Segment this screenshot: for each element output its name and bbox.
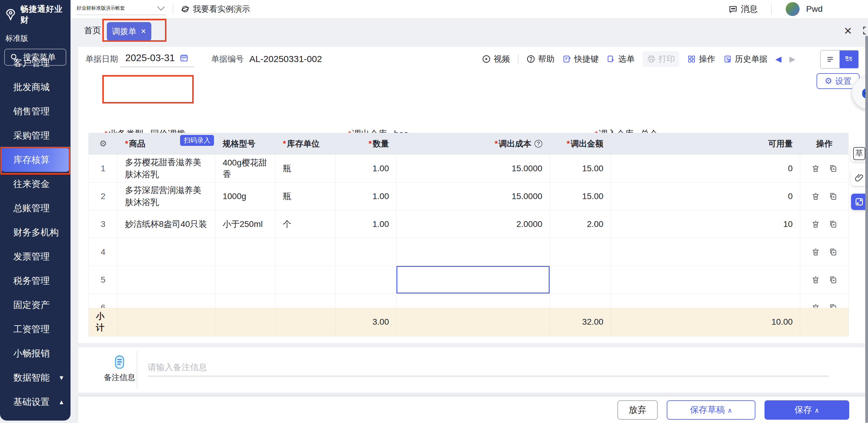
sidebar-item-multi-org[interactable]: 财务多机构 [0, 220, 70, 245]
sidebar-item-payroll[interactable]: 工资管理 [0, 317, 70, 341]
delete-row-icon[interactable] [811, 164, 820, 173]
divider [173, 4, 174, 14]
delete-row-icon[interactable] [811, 220, 820, 229]
cell-unit[interactable] [276, 294, 336, 308]
messages-button[interactable]: 消息 [728, 3, 758, 15]
cell-unit[interactable] [276, 266, 336, 293]
cell-product[interactable]: 多芬樱花甜香滋养美肤沐浴乳 [118, 155, 216, 182]
copy-row-icon[interactable] [829, 303, 838, 308]
sidebar-item-basic-settings[interactable]: 基础设置 ▴ [0, 390, 70, 414]
cell-product[interactable] [118, 266, 216, 293]
cell-amount[interactable]: 15.00 [550, 183, 611, 210]
cell-cost[interactable]: 2.0000 [397, 210, 550, 238]
divider [518, 55, 519, 64]
avatar[interactable] [786, 2, 800, 16]
vertical-scrollbar[interactable] [865, 36, 868, 423]
close-icon[interactable]: ✕ [844, 25, 852, 37]
card-view-button[interactable] [840, 51, 858, 68]
sidebar-item-purchase[interactable]: 采购管理 [0, 124, 70, 148]
expand-button[interactable] [851, 194, 867, 210]
prev-doc-icon[interactable]: ◀ [775, 55, 781, 64]
account-set-select[interactable]: 好业财标准版演示帐套 [76, 3, 166, 15]
column-settings-button[interactable]: ⚙ [89, 133, 118, 154]
sidebar-item-expense[interactable]: 小畅报销 [0, 341, 70, 365]
cell-product[interactable] [118, 238, 216, 266]
cell-amount[interactable]: 2.00 [550, 210, 611, 238]
cell-spec[interactable] [216, 238, 276, 266]
col-cost: 调出成本 [495, 138, 531, 149]
sidebar-item-invoice[interactable]: 发票管理 [0, 245, 70, 269]
sidebar-item-tax[interactable]: 税务管理 [0, 269, 70, 293]
help-button[interactable]: 帮助 [526, 54, 554, 64]
cell-amount[interactable] [550, 266, 611, 293]
cell-qty[interactable]: 1.00 [336, 183, 397, 210]
copy-row-icon[interactable] [829, 192, 838, 201]
cell-product[interactable]: 多芬深层营润滋养美肤沐浴乳 [118, 183, 216, 210]
sidebar-item-wholesale[interactable]: 批发商城 [0, 75, 70, 99]
video-button[interactable]: 视频 [482, 54, 510, 64]
cell-qty[interactable] [336, 238, 397, 266]
copy-row-icon[interactable] [829, 248, 838, 257]
delete-row-icon[interactable] [811, 303, 820, 308]
operations-button[interactable]: 操作 [687, 54, 715, 64]
cell-unit[interactable]: 瓶 [276, 183, 336, 210]
remark-input[interactable] [148, 359, 829, 377]
delete-row-icon[interactable] [811, 248, 820, 257]
save-draft-button[interactable]: 保存草稿∧ [667, 400, 755, 420]
pick-order-button[interactable]: 选单 [607, 54, 634, 64]
cell-spec[interactable] [216, 266, 276, 293]
cell-cost-focused[interactable] [397, 266, 550, 293]
cell-unit[interactable]: 瓶 [276, 155, 336, 182]
subtotal-amount: 32.00 [550, 308, 611, 336]
cell-spec[interactable]: 1000g [216, 183, 276, 210]
scan-entry-button[interactable]: 扫码录入 [180, 135, 214, 146]
history-button[interactable]: 历史单据 [723, 54, 768, 64]
cell-qty[interactable]: 1.00 [336, 155, 397, 182]
draft-box-button[interactable]: 草 [851, 145, 867, 162]
sidebar-item-customer[interactable]: 客户管理 [0, 51, 70, 75]
cell-amount[interactable]: 15.00 [550, 155, 611, 182]
sidebar-item-inventory[interactable]: 库存核算 [1, 148, 69, 172]
table-row: 4 [89, 238, 848, 266]
demo-link[interactable]: 我要看实例演示 [181, 4, 250, 14]
cell-product[interactable]: 妙洁纸杯8盎司40只装 [118, 210, 216, 238]
fullscreen-icon[interactable] [862, 25, 868, 36]
tab-transfer-order[interactable]: 调拨单 ✕ [107, 22, 151, 41]
table-header-row: ⚙ 商品 扫码录入 规格型号 库存单位 数量 调出成本 ? 调出金额 可用量 操… [89, 133, 848, 155]
save-button[interactable]: 保存∧ [765, 400, 849, 420]
copy-row-icon[interactable] [829, 275, 838, 285]
print-button[interactable]: 打印 [643, 51, 679, 67]
cell-amount[interactable] [550, 238, 611, 266]
delete-row-icon[interactable] [811, 192, 820, 201]
sidebar-item-sales[interactable]: 销售管理 [0, 99, 70, 124]
next-doc-icon[interactable]: ▶ [789, 55, 795, 64]
cell-cost[interactable]: 15.0000 [397, 183, 550, 210]
tab-home[interactable]: 首页 [84, 25, 101, 36]
cell-cost[interactable] [397, 238, 550, 266]
sidebar-item-fixed-assets[interactable]: 固定资产 [0, 293, 70, 317]
attachment-button[interactable] [851, 169, 867, 186]
cost-help-icon[interactable]: ? [534, 140, 542, 148]
hotkeys-button[interactable]: 快捷键 [562, 54, 599, 64]
cell-cost[interactable]: 15.0000 [397, 155, 550, 182]
delete-row-icon[interactable] [811, 275, 820, 285]
date-field[interactable]: 2025-03-31 [120, 51, 194, 67]
sidebar-item-data-intelligence[interactable]: 数据智能 ▾ [0, 365, 70, 390]
cell-unit[interactable] [276, 238, 336, 266]
sidebar-item-ledger[interactable]: 总账管理 [0, 196, 70, 220]
cell-qty[interactable] [336, 266, 397, 293]
tab-close-icon[interactable]: ✕ [141, 28, 146, 35]
cell-spec[interactable] [216, 294, 276, 308]
brand-logo-icon [4, 7, 17, 22]
copy-row-icon[interactable] [829, 220, 838, 229]
brand-subtitle: 标准版 [0, 25, 70, 43]
cell-unit[interactable]: 个 [276, 210, 336, 238]
cell-spec[interactable]: 400g樱花甜香 [216, 155, 276, 182]
copy-row-icon[interactable] [829, 164, 838, 173]
discard-button[interactable]: 放弃 [617, 400, 658, 420]
sidebar-item-funds[interactable]: 往来资金 [0, 172, 70, 196]
cell-qty[interactable]: 1.00 [336, 210, 397, 238]
cell-spec[interactable]: 小于250ml [216, 210, 276, 238]
cell-product[interactable] [118, 294, 216, 308]
list-view-button[interactable] [821, 51, 840, 68]
